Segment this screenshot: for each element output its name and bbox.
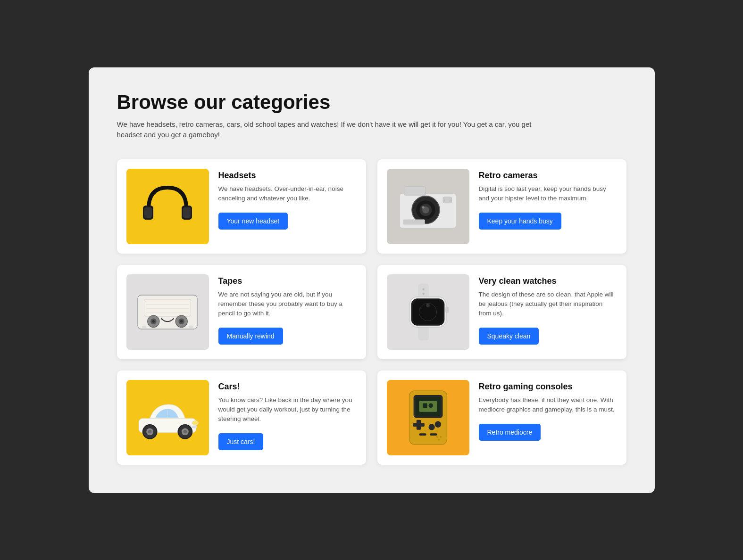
svg-point-44 (192, 420, 198, 425)
card-image-tapes (126, 274, 209, 350)
svg-rect-5 (404, 186, 426, 195)
card-image-gaming-consoles (387, 380, 469, 455)
svg-rect-3 (183, 207, 191, 218)
svg-rect-56 (419, 433, 426, 436)
card-image-retro-cameras (387, 169, 469, 244)
svg-point-28 (422, 288, 425, 290)
card-description-headsets: We have headsets. Over-under-in-ear, noi… (218, 184, 357, 204)
card-description-tapes: We are not saying you are old, but if yo… (218, 290, 357, 319)
card-button-gaming-consoles[interactable]: Retro mediocre (479, 424, 541, 441)
card-image-cars (126, 380, 209, 455)
svg-rect-35 (445, 306, 449, 313)
card-content-retro-cameras: Retro cameras Digital is soo last year, … (479, 169, 617, 230)
category-card-watches: Very clean watches The design of these a… (377, 265, 626, 359)
card-title-retro-cameras: Retro cameras (479, 171, 617, 181)
card-button-cars[interactable]: Just cars! (218, 433, 264, 450)
svg-rect-24 (142, 325, 146, 328)
svg-rect-25 (189, 325, 193, 328)
card-description-cars: You know cars? Like back in the day wher… (218, 395, 357, 424)
card-description-watches: The design of these are so clean, that A… (479, 290, 617, 319)
category-card-tapes: Tapes We are not saying you are old, but… (117, 265, 366, 359)
svg-point-60 (438, 438, 440, 440)
card-title-cars: Cars! (218, 382, 357, 392)
svg-rect-14 (144, 299, 191, 316)
svg-point-10 (422, 206, 425, 209)
svg-rect-49 (419, 401, 437, 412)
svg-rect-11 (443, 197, 451, 203)
page-container: Browse our categories We have headsets, … (89, 67, 655, 493)
card-description-retro-cameras: Digital is soo last year, keep your hand… (479, 184, 617, 204)
card-description-gaming-consoles: Everybody has these, if not they want on… (479, 395, 617, 415)
card-image-headsets (126, 169, 209, 244)
card-title-gaming-consoles: Retro gaming consoles (479, 382, 617, 392)
card-button-retro-cameras[interactable]: Keep your hands busy (479, 213, 561, 230)
svg-rect-45 (192, 425, 197, 428)
svg-point-54 (434, 421, 441, 427)
card-button-headsets[interactable]: Your new headset (218, 213, 288, 230)
svg-point-43 (184, 430, 187, 433)
svg-point-59 (440, 436, 442, 437)
category-card-cars: Cars! You know cars? Like back in the da… (117, 371, 366, 465)
card-image-watches (387, 274, 469, 350)
svg-point-51 (428, 403, 433, 408)
card-content-headsets: Headsets We have headsets. Over-under-in… (218, 169, 357, 230)
svg-rect-53 (416, 420, 421, 429)
svg-point-58 (436, 436, 438, 437)
card-button-watches[interactable]: Squeaky clean (479, 328, 539, 345)
svg-point-23 (180, 320, 183, 322)
svg-point-34 (426, 304, 429, 307)
svg-point-20 (152, 320, 155, 322)
card-content-watches: Very clean watches The design of these a… (479, 274, 617, 345)
card-title-watches: Very clean watches (479, 276, 617, 286)
category-card-headsets: Headsets We have headsets. Over-under-in… (117, 159, 366, 254)
card-content-cars: Cars! You know cars? Like back in the da… (218, 380, 357, 451)
card-content-tapes: Tapes We are not saying you are old, but… (218, 274, 357, 345)
categories-grid: Headsets We have headsets. Over-under-in… (117, 159, 626, 465)
svg-point-29 (422, 292, 425, 295)
page-subtitle: We have headsets, retro cameras, cars, o… (117, 119, 542, 140)
svg-rect-12 (403, 219, 425, 224)
card-title-headsets: Headsets (218, 171, 357, 181)
svg-point-40 (148, 430, 151, 433)
category-card-retro-cameras: Retro cameras Digital is soo last year, … (377, 159, 626, 254)
card-title-tapes: Tapes (218, 276, 357, 286)
page-title: Browse our categories (117, 91, 626, 114)
svg-rect-50 (423, 403, 427, 408)
svg-rect-2 (144, 207, 152, 218)
category-card-gaming-consoles: Retro gaming consoles Everybody has thes… (377, 371, 626, 465)
card-button-tapes[interactable]: Manually rewind (218, 328, 283, 345)
svg-rect-57 (430, 433, 437, 436)
card-content-gaming-consoles: Retro gaming consoles Everybody has thes… (479, 380, 617, 441)
svg-point-55 (428, 424, 434, 430)
